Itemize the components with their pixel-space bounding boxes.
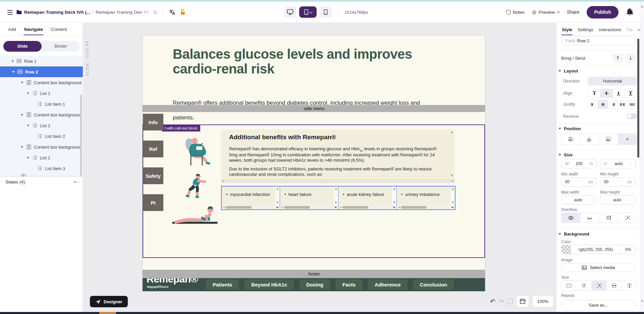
overflow-visible-button-selected[interactable] [561, 213, 580, 222]
tab-add[interactable]: Add [8, 27, 16, 33]
align-top-button[interactable] [588, 89, 600, 97]
caret-right-icon[interactable] [12, 60, 14, 62]
tab-content[interactable]: Content [51, 27, 67, 33]
footer-nav-conclusion[interactable]: Conclusion [413, 279, 454, 290]
tablet-device-button[interactable] [299, 6, 317, 18]
notes-toggle[interactable]: Notes [506, 10, 525, 15]
slide-artboard[interactable]: Balances glucose levels and improves car… [142, 35, 485, 292]
bullet-cell[interactable]: • heart failure ▲▼ ◄► [280, 187, 338, 209]
position-fixed-button[interactable] [599, 134, 618, 145]
bg-size-width-button[interactable] [607, 281, 622, 290]
footer-nav-adherence[interactable]: Adherence [368, 279, 408, 290]
side-tab-info[interactable]: Info [143, 114, 163, 130]
share-button[interactable]: Share [567, 9, 579, 15]
tree-item-row2-selected[interactable]: Row 2 [0, 66, 83, 77]
position-none-button-selected[interactable]: × [618, 134, 637, 145]
board-icon[interactable] [507, 299, 513, 304]
bg-size-contain-button[interactable] [577, 281, 592, 290]
bg-color-opacity[interactable]: 0% [621, 245, 635, 254]
max-height-input[interactable]: auto- [600, 195, 636, 205]
preview-button[interactable]: ◎Preview [532, 9, 559, 15]
side-tab-ref[interactable]: Ref [143, 141, 163, 157]
footer-nav-patients[interactable]: Patients [206, 279, 239, 290]
scroll-left-arrow-icon[interactable]: ◄ [222, 180, 224, 182]
scroll-left-arrow-icon[interactable]: ◄ [339, 206, 341, 209]
footer-nav-beyond-hba1c[interactable]: Beyond HbA1c [245, 279, 294, 290]
background-section-header[interactable]: Background [558, 231, 589, 237]
zoom-level-control[interactable]: 100% [532, 295, 553, 307]
content-box-horizontal-scrollbar[interactable]: ◄ ► [221, 179, 455, 183]
notification-bell-icon[interactable] [626, 8, 634, 16]
tree-item-list[interactable]: List 1 [0, 152, 83, 163]
redo-icon[interactable]: ↷ [499, 298, 504, 305]
undo-icon[interactable]: ↶ [490, 298, 495, 305]
position-relative-button[interactable] [561, 134, 580, 145]
slide-paragraph-line3[interactable]: patients. [173, 114, 428, 121]
caret-down-icon[interactable] [27, 125, 30, 126]
toggle-slide[interactable]: Slide [3, 41, 42, 52]
side-tab-safety[interactable]: Safety [143, 167, 163, 184]
slide-title[interactable]: Balances glucose levels and improves car… [173, 47, 421, 76]
tree-item-contentbox[interactable]: Content box background [0, 77, 83, 88]
cell-vertical-scrollbar[interactable]: ▲▼ [275, 187, 280, 205]
footer-nav-facts[interactable]: Facts [336, 279, 362, 290]
justify-around-button[interactable] [627, 100, 637, 108]
states-section-header[interactable]: States (4) [0, 176, 83, 187]
transparency-swatch[interactable] [561, 245, 571, 254]
cell-horizontal-scrollbar[interactable]: ◄► [397, 205, 455, 209]
position-section-header[interactable]: Position [558, 126, 581, 131]
toggle-binder[interactable]: Binder [42, 41, 80, 52]
min-height-input[interactable]: 30px [600, 177, 636, 187]
caret-down-icon[interactable] [27, 157, 30, 159]
tree-item-contentbox[interactable]: Content box background [0, 109, 83, 120]
cell-vertical-scrollbar[interactable]: ▲▼ [334, 187, 338, 205]
cell-vertical-scrollbar[interactable]: ▲▼ [392, 187, 396, 205]
align-bottom-button[interactable] [613, 89, 625, 97]
size-section-header[interactable]: Size [558, 152, 573, 157]
bg-color-value[interactable]: rgb(255, 255, 255) [571, 247, 621, 252]
breadcrumb-root[interactable]: Remepan Training Deck IVA (... [24, 10, 90, 15]
caret-down-icon[interactable] [27, 93, 30, 94]
tree-scrollbar[interactable] [80, 95, 82, 176]
caret-down-icon[interactable] [21, 146, 23, 148]
scroll-right-arrow-icon[interactable]: ► [452, 180, 454, 182]
scroll-down-arrow-icon[interactable]: ▼ [451, 174, 453, 177]
publish-button[interactable]: Publish [587, 6, 619, 18]
scroll-up-arrow-icon[interactable]: ▲ [451, 131, 453, 134]
tree-item-listitem[interactable]: List Item 3 [0, 163, 83, 174]
field-name-input[interactable]: Field Row 2 [561, 36, 636, 45]
bullet-list-row-selected[interactable]: • myocardial infarction ▲▼ ◄► • heart fa… [221, 186, 455, 210]
unlock-icon[interactable] [180, 9, 186, 15]
justify-center-button-selected[interactable] [598, 100, 608, 108]
caret-down-icon[interactable] [21, 114, 23, 116]
min-width-input[interactable]: 30px [561, 177, 597, 187]
scroll-right-arrow-icon[interactable]: ► [452, 206, 454, 209]
scroll-left-arrow-icon[interactable]: ◄ [281, 206, 283, 209]
tab-fields-truncated[interactable]: Fie [627, 27, 633, 32]
caret-down-icon[interactable] [21, 82, 23, 84]
bg-size-height-button[interactable] [622, 281, 637, 290]
bg-color-control[interactable]: rgb(255, 255, 255) 0% [561, 245, 636, 254]
align-stretch-button[interactable] [625, 89, 637, 97]
bullet-cell[interactable]: • acute kidney failure ▲▼ ◄► [338, 187, 397, 209]
overflow-hidden-button[interactable] [580, 213, 599, 222]
scroll-left-arrow-icon[interactable]: ◄ [398, 206, 400, 209]
height-input[interactable]: Hauto- [600, 159, 636, 168]
bg-size-cover-button[interactable] [561, 281, 577, 290]
mobile-device-button[interactable] [319, 6, 332, 18]
tree-item-contentbox[interactable]: Content box background [0, 142, 83, 152]
position-absolute-button[interactable] [580, 134, 599, 145]
send-backward-button[interactable]: ↓ [626, 53, 636, 63]
tab-interactions[interactable]: Interactions [599, 27, 621, 32]
cell-vertical-scrollbar[interactable]: ▲▼ [450, 187, 455, 205]
tab-settings[interactable]: Settings [578, 27, 593, 32]
menu-hamburger-button[interactable] [7, 9, 13, 15]
bg-size-auto-button-selected[interactable] [592, 281, 607, 290]
save-as-button[interactable]: Save as... [561, 300, 636, 310]
select-media-button[interactable]: Select media [561, 263, 636, 272]
scroll-down-arrow-icon[interactable]: ▼ [641, 300, 643, 303]
layout-section-header[interactable]: Layout [558, 68, 578, 73]
justify-between-button[interactable] [618, 100, 627, 108]
breadcrumb-current[interactable]: Remepan Training Dev [96, 10, 142, 15]
bring-forward-button[interactable]: ↑ [613, 53, 623, 63]
